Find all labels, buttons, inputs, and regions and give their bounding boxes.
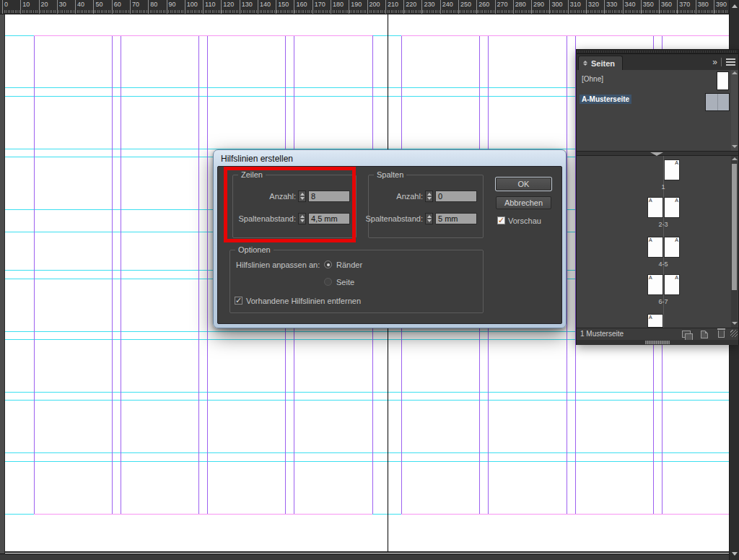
indesign-workspace: 0102030405060708090100110120130140150160… [0, 0, 739, 560]
master-letter: A [649, 275, 652, 281]
page-thumbnail[interactable]: A [647, 314, 663, 328]
panel-tab-strip: Seiten » [577, 54, 738, 70]
page-thumbnail[interactable]: A [664, 159, 680, 180]
margin-guide [401, 514, 729, 515]
ruler-tick-label: 100 [187, 1, 198, 8]
page-thumbnail[interactable]: A [647, 197, 663, 218]
spin-down-icon [427, 219, 432, 222]
ruler-tick: 330 [604, 0, 605, 14]
master-name-label[interactable]: A-Musterseite [580, 95, 631, 104]
arrow-down-icon [732, 145, 738, 148]
remove-existing-checkbox[interactable]: ✓ [235, 297, 242, 305]
page-thumbnail[interactable]: A [647, 274, 663, 295]
ruler-tick: 150 [276, 0, 276, 14]
pages-scrollbar[interactable] [731, 156, 738, 328]
columns-gutter-field[interactable]: 5 mm [435, 213, 477, 224]
scrollbar-thumb[interactable] [645, 341, 670, 344]
page-thumbnail[interactable]: A [664, 237, 680, 258]
ruler-tick: 230 [421, 0, 422, 14]
ruler-tick-label: 240 [442, 1, 453, 8]
master-row[interactable]: [Ohne] [577, 71, 733, 92]
spin-up-icon [427, 215, 432, 218]
page-bottom-edge [5, 551, 729, 553]
columns-gutter-stepper[interactable] [425, 213, 433, 224]
ruler-tick: 140 [258, 0, 258, 14]
ruler-tick-label: 360 [661, 1, 672, 8]
column-guide [567, 35, 567, 514]
margin-guide [34, 514, 372, 515]
scroll-down-button[interactable] [730, 548, 739, 559]
master-row[interactable]: A-Musterseite [577, 92, 733, 112]
ruler-tick-label: 160 [296, 1, 307, 8]
ruler-tick: 170 [312, 0, 313, 14]
ruler-tick: 200 [367, 0, 368, 14]
preview-checkbox[interactable]: ✓ [497, 216, 505, 224]
panel-footer: 1 Musterseite [577, 328, 738, 340]
master-thumbnail[interactable] [705, 93, 730, 111]
ruler-tick: 0 [2, 0, 3, 14]
ruler-tick-label: 220 [406, 1, 416, 8]
page-thumbnail[interactable]: A [664, 274, 680, 295]
ok-button[interactable]: OK [496, 178, 551, 191]
cancel-button[interactable]: Abbrechen [496, 196, 551, 209]
ruler-tick-label: 150 [278, 1, 289, 8]
ruler-tick: 130 [240, 0, 240, 14]
margin-guide [401, 35, 729, 36]
new-page-button[interactable] [701, 331, 708, 338]
ruler-tick: 110 [203, 0, 204, 14]
ruler-tick-label: 340 [625, 1, 636, 8]
ruler-tick-label: 110 [205, 1, 215, 8]
panel-menu-icon[interactable] [726, 58, 735, 66]
master-letter: A [675, 160, 678, 166]
page-thumbnail[interactable]: A [647, 237, 663, 258]
panel-resize-grip[interactable] [730, 330, 738, 337]
master-thumbnail[interactable] [717, 71, 729, 90]
dialog-title: Hilfslinien erstellen [221, 154, 293, 164]
remove-existing-label: Vorhandene Hilfslinien entfernen [246, 297, 361, 305]
ruler-tick-label: 370 [679, 1, 690, 8]
masters-scrollbar[interactable] [731, 70, 738, 151]
ruler-tick-label: 210 [388, 1, 398, 8]
fit-margins-radio[interactable] [324, 261, 332, 268]
columns-group: Spalten Anzahl: 0 Spaltenabstand: 5 mm [368, 175, 484, 238]
columns-group-legend: Spalten [374, 170, 406, 179]
page-thumbnail[interactable]: A [664, 197, 680, 218]
edit-page-size-button[interactable] [682, 331, 691, 338]
ruler-tick: 300 [549, 0, 550, 14]
arrow-up-icon [732, 157, 738, 160]
ruler-tick: 190 [349, 0, 349, 14]
ruler-tick: 80 [148, 0, 149, 14]
ruler-tick: 320 [586, 0, 587, 14]
delete-page-button[interactable] [718, 331, 725, 338]
fit-guides-label: Hilfslinien anpassen an: [236, 261, 320, 269]
masters-list: [Ohne]A-Musterseite [577, 70, 738, 151]
master-letter: A [649, 237, 652, 243]
tab-seiten[interactable]: Seiten [578, 56, 623, 70]
collapse-panel-icon[interactable]: » [712, 57, 717, 67]
column-guide [198, 35, 199, 514]
margin-guide [34, 35, 372, 36]
master-name-label[interactable]: [Ohne] [580, 74, 605, 84]
fit-page-radio[interactable] [324, 278, 332, 286]
columns-number-stepper[interactable] [425, 191, 433, 202]
ruler-tick: 10 [20, 0, 21, 14]
page-label: 4-5 [647, 261, 679, 268]
panel-horizontal-scrollbar[interactable] [577, 340, 738, 345]
scroll-up-button[interactable] [730, 0, 739, 12]
horizontal-ruler[interactable]: 0102030405060708090100110120130140150160… [0, 0, 729, 14]
ruler-tick-label: 330 [606, 1, 617, 8]
ruler-tick: 120 [221, 0, 222, 14]
ruler-tick-label: 170 [315, 1, 325, 8]
page-label: 6-7 [647, 298, 679, 305]
scrollbar-thumb[interactable] [732, 164, 737, 290]
master-letter: A [675, 237, 678, 243]
columns-number-label: Anzahl: [396, 192, 423, 201]
ruler-tick: 350 [641, 0, 642, 14]
ruler-tick-label: 310 [570, 1, 581, 8]
ruler-tick-label: 190 [351, 1, 362, 8]
horizontal-scrollbar[interactable] [0, 554, 729, 560]
ruler-tick: 20 [39, 0, 40, 14]
columns-number-field[interactable]: 0 [435, 191, 477, 202]
panel-splitter[interactable] [577, 151, 738, 156]
arrow-up-icon [732, 4, 738, 8]
